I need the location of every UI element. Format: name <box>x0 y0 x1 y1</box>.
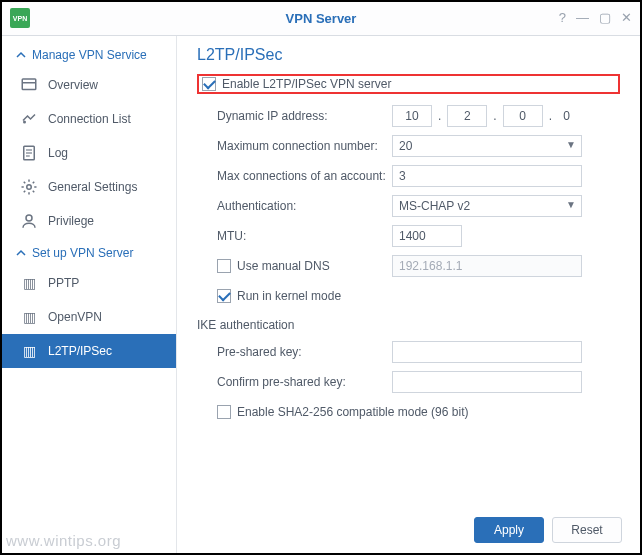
chevron-up-icon <box>16 248 26 258</box>
close-icon[interactable]: ✕ <box>621 10 632 25</box>
sidebar-item-l2tp-ipsec[interactable]: ▥ L2TP/IPSec <box>2 334 176 368</box>
dns-input <box>392 255 582 277</box>
enable-label: Enable L2TP/IPSec VPN server <box>222 77 391 91</box>
app-icon: VPN <box>10 8 30 28</box>
kernel-mode-checkbox[interactable]: Run in kernel mode <box>217 289 341 303</box>
reset-button[interactable]: Reset <box>552 517 622 543</box>
check-icon <box>217 289 231 303</box>
ike-header: IKE authentication <box>197 318 620 332</box>
gear-icon <box>20 178 38 196</box>
content-panel: L2TP/IPSec Enable L2TP/IPSec VPN server … <box>177 36 640 553</box>
psk-confirm-input[interactable] <box>392 371 582 393</box>
checkbox-icon <box>217 259 231 273</box>
sidebar-item-label: PPTP <box>48 276 79 290</box>
sidebar-item-label: Connection List <box>48 112 131 126</box>
svg-point-2 <box>23 121 26 124</box>
pptp-icon: ▥ <box>20 274 38 292</box>
mtu-input[interactable] <box>392 225 462 247</box>
max-conn-select[interactable]: ▼ <box>392 135 582 157</box>
sidebar-item-pptp[interactable]: ▥ PPTP <box>2 266 176 300</box>
openvpn-icon: ▥ <box>20 308 38 326</box>
manual-dns-checkbox[interactable]: Use manual DNS <box>217 259 392 273</box>
sidebar-item-label: Log <box>48 146 68 160</box>
sidebar: Manage VPN Service Overview Connection L… <box>2 36 177 553</box>
label-mtu: MTU: <box>217 229 392 243</box>
sidebar-item-connection-list[interactable]: Connection List <box>2 102 176 136</box>
svg-rect-0 <box>22 79 36 90</box>
sidebar-item-label: OpenVPN <box>48 310 102 324</box>
label-auth: Authentication: <box>217 199 392 213</box>
svg-point-8 <box>26 215 32 221</box>
sidebar-item-general-settings[interactable]: General Settings <box>2 170 176 204</box>
label-psk-confirm: Confirm pre-shared key: <box>217 375 392 389</box>
sidebar-item-label: Privilege <box>48 214 94 228</box>
ip-octet-3[interactable] <box>503 105 543 127</box>
sha2-checkbox[interactable]: Enable SHA2-256 compatible mode (96 bit) <box>217 405 468 419</box>
overview-icon <box>20 76 38 94</box>
page-title: L2TP/IPSec <box>197 46 620 64</box>
ip-octet-4: 0 <box>561 109 572 123</box>
svg-point-7 <box>27 185 32 190</box>
label-psk: Pre-shared key: <box>217 345 392 359</box>
section-setup-vpn[interactable]: Set up VPN Server <box>2 238 176 266</box>
auth-select[interactable]: ▼ <box>392 195 582 217</box>
titlebar: VPN VPN Server ? — ▢ ✕ <box>2 2 640 36</box>
sidebar-item-privilege[interactable]: Privilege <box>2 204 176 238</box>
minimize-icon[interactable]: — <box>576 10 589 25</box>
maximize-icon[interactable]: ▢ <box>599 10 611 25</box>
enable-checkbox[interactable]: Enable L2TP/IPSec VPN server <box>202 77 391 91</box>
label-max-conn: Maximum connection number: <box>217 139 392 153</box>
sidebar-item-label: General Settings <box>48 180 137 194</box>
max-acc-input[interactable] <box>392 165 582 187</box>
user-icon <box>20 212 38 230</box>
sidebar-item-openvpn[interactable]: ▥ OpenVPN <box>2 300 176 334</box>
enable-highlight: Enable L2TP/IPSec VPN server <box>197 74 620 94</box>
help-icon[interactable]: ? <box>559 10 566 25</box>
section-manage-vpn[interactable]: Manage VPN Service <box>2 40 176 68</box>
sidebar-item-log[interactable]: Log <box>2 136 176 170</box>
l2tp-icon: ▥ <box>20 342 38 360</box>
connection-icon <box>20 110 38 128</box>
checkbox-icon <box>217 405 231 419</box>
chevron-up-icon <box>16 50 26 60</box>
apply-button[interactable]: Apply <box>474 517 544 543</box>
psk-input[interactable] <box>392 341 582 363</box>
sidebar-item-label: Overview <box>48 78 98 92</box>
window-title: VPN Server <box>286 11 357 26</box>
sidebar-item-label: L2TP/IPSec <box>48 344 112 358</box>
label-max-acc: Max connections of an account: <box>217 169 392 183</box>
sidebar-item-overview[interactable]: Overview <box>2 68 176 102</box>
check-icon <box>202 77 216 91</box>
ip-octet-1[interactable] <box>392 105 432 127</box>
label-dynamic-ip: Dynamic IP address: <box>217 109 392 123</box>
log-icon <box>20 144 38 162</box>
ip-octet-2[interactable] <box>447 105 487 127</box>
